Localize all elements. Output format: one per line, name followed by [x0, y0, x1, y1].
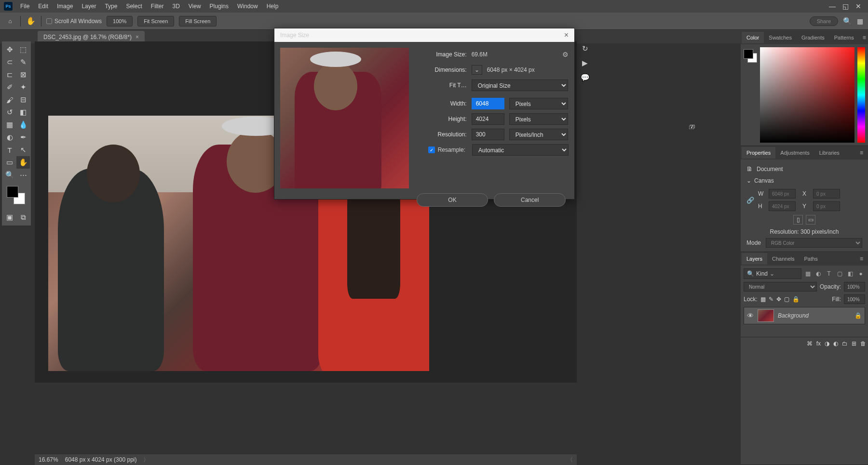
minimize-icon[interactable]: — [829, 2, 836, 10]
tab-swatches[interactable]: Swatches [764, 32, 797, 43]
mode-select[interactable]: RGB Color [766, 238, 862, 248]
maximize-icon[interactable]: ◱ [842, 2, 849, 10]
opacity-input[interactable] [844, 282, 865, 292]
canvas-x-input[interactable] [813, 189, 840, 199]
filter-adjust-icon[interactable]: ◐ [814, 269, 823, 278]
tab-layers[interactable]: Layers [742, 253, 767, 265]
color-fg-bg-swatch[interactable] [744, 47, 757, 143]
status-left-caret-icon[interactable]: 〈 [567, 456, 573, 464]
quick-select-tool[interactable]: ✎ [16, 56, 30, 68]
layer-thumbnail[interactable] [758, 309, 774, 322]
gear-icon[interactable]: ⚙ [562, 51, 569, 58]
link-dimensions-icon[interactable]: ⎘ [688, 125, 696, 129]
menu-plugins[interactable]: Plugins [206, 1, 232, 12]
gradient-tool[interactable]: ▦ [3, 119, 16, 131]
lasso-tool[interactable]: ⊂ [3, 56, 16, 68]
blend-mode-select[interactable]: Normal [744, 282, 817, 292]
blur-tool[interactable]: 💧 [16, 119, 30, 131]
fx-icon[interactable]: fx [816, 340, 821, 347]
tab-properties[interactable]: Properties [742, 147, 775, 159]
move-tool[interactable]: ✥ [3, 43, 16, 56]
menu-edit[interactable]: Edit [34, 1, 52, 12]
layer-filter-kind[interactable]: 🔍 Kind ⌄ [744, 268, 801, 279]
healing-tool[interactable]: ✦ [16, 81, 30, 93]
history-panel-icon[interactable]: ↻ [582, 44, 588, 53]
tab-adjustments[interactable]: Adjustments [775, 147, 814, 159]
visibility-icon[interactable]: 👁 [747, 312, 754, 319]
dimensions-dropdown-icon[interactable]: ⌄ [472, 65, 482, 75]
history-brush-tool[interactable]: ↺ [3, 106, 16, 119]
fit-screen-button[interactable]: Fit Screen [137, 16, 174, 27]
eraser-tool[interactable]: ◧ [16, 106, 30, 119]
menu-view[interactable]: View [185, 1, 205, 12]
zoom-level-button[interactable]: 100% [107, 16, 133, 27]
group-icon[interactable]: 🗀 [842, 340, 848, 347]
resample-checkbox[interactable]: ✓ Resample: [428, 146, 465, 153]
tab-patterns[interactable]: Patterns [829, 32, 859, 43]
tab-paths[interactable]: Paths [800, 253, 823, 265]
tab-color[interactable]: Color [742, 32, 764, 43]
tab-channels[interactable]: Channels [767, 253, 799, 265]
status-info[interactable]: 6048 px x 4024 px (300 ppi) [65, 456, 137, 463]
lock-all-icon[interactable]: 🔒 [792, 296, 800, 303]
resolution-unit-select[interactable]: Pixels/Inch [509, 129, 568, 140]
menu-select[interactable]: Select [122, 1, 146, 12]
panel-menu-icon[interactable]: ≡ [859, 34, 868, 41]
filter-shape-icon[interactable]: ▢ [835, 269, 844, 278]
status-caret-icon[interactable]: 〉 [143, 456, 149, 464]
link-layers-icon[interactable]: ⌘ [807, 340, 813, 347]
eyedropper-tool[interactable]: ✐ [3, 81, 16, 93]
stamp-tool[interactable]: ⊟ [16, 93, 30, 106]
portrait-icon[interactable]: ▯ [793, 215, 803, 225]
scroll-all-checkbox[interactable]: Scroll All Windows [46, 18, 102, 25]
home-icon[interactable]: ⌂ [5, 16, 15, 27]
crop-tool[interactable]: ⊏ [3, 68, 16, 81]
brush-tool[interactable]: 🖌 [3, 93, 16, 106]
layer-row[interactable]: 👁 Background 🔒 [744, 307, 865, 324]
fill-input[interactable] [844, 294, 865, 304]
zoom-tool[interactable]: 🔍 [3, 169, 16, 181]
shape-tool[interactable]: ▭ [3, 156, 16, 169]
link-icon[interactable]: 🔗 [746, 197, 755, 204]
lock-icon[interactable]: 🔒 [854, 312, 862, 319]
more-tools[interactable]: ⋯ [16, 169, 30, 181]
mask-icon[interactable]: ◑ [825, 340, 829, 347]
canvas-width-input[interactable] [769, 189, 796, 199]
foreground-background-swatches[interactable] [3, 184, 30, 211]
path-select-tool[interactable]: ↖ [16, 144, 30, 156]
menu-window[interactable]: Window [233, 1, 262, 12]
menu-layer[interactable]: Layer [78, 1, 100, 12]
share-button[interactable]: Share [810, 16, 838, 26]
workspace-icon[interactable]: ▦ [857, 17, 863, 25]
menu-image[interactable]: Image [53, 1, 77, 12]
quickmask-tool[interactable]: ▣ [3, 211, 16, 224]
ok-button[interactable]: OK [417, 193, 488, 207]
panel-menu-icon[interactable]: ≡ [856, 255, 867, 262]
color-picker-field[interactable] [760, 47, 854, 143]
menu-file[interactable]: File [16, 1, 33, 12]
adjustment-layer-icon[interactable]: ◐ [833, 340, 838, 347]
screenmode-tool[interactable]: ⧉ [16, 211, 30, 224]
landscape-icon[interactable]: ▭ [806, 215, 815, 225]
menu-type[interactable]: Type [101, 1, 121, 12]
lock-artboard-icon[interactable]: ▢ [784, 296, 789, 303]
status-zoom[interactable]: 16.67% [39, 456, 58, 463]
canvas-y-input[interactable] [813, 201, 840, 211]
menu-help[interactable]: Help [263, 1, 283, 12]
frame-tool[interactable]: ⊠ [16, 68, 30, 81]
filter-type-icon[interactable]: T [825, 269, 833, 278]
height-input[interactable] [472, 113, 504, 125]
menu-filter[interactable]: Filter [147, 1, 168, 12]
close-icon[interactable]: ✕ [855, 2, 861, 10]
resample-select[interactable]: Automatic [472, 144, 569, 156]
lock-pixels-icon[interactable]: ▦ [760, 296, 766, 303]
filter-smart-icon[interactable]: ◧ [846, 269, 854, 278]
foreground-color[interactable] [7, 186, 18, 198]
search-icon[interactable]: 🔍 [843, 17, 852, 26]
dialog-close-icon[interactable]: × [564, 31, 569, 40]
chevron-down-icon[interactable]: ⌄ [746, 177, 751, 184]
menu-3d[interactable]: 3D [168, 1, 183, 12]
tab-libraries[interactable]: Libraries [814, 147, 844, 159]
hand-tool[interactable]: ✋ [16, 156, 30, 169]
fill-screen-button[interactable]: Fill Screen [179, 16, 217, 27]
